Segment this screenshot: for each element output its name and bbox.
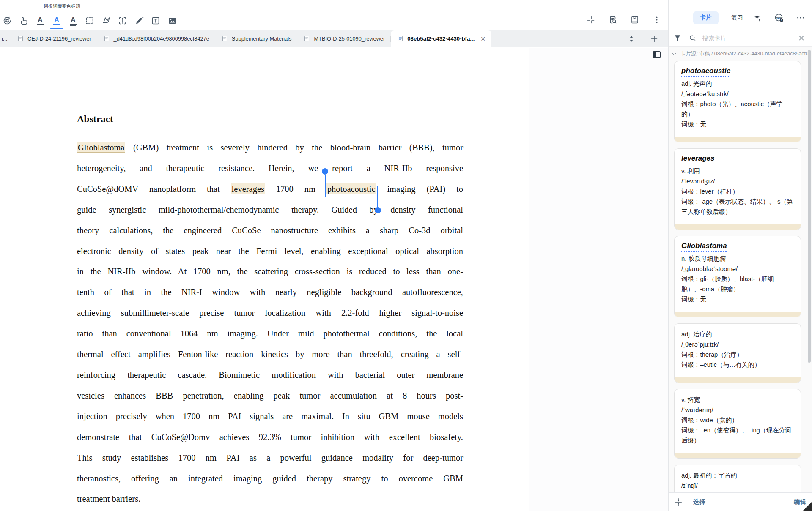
- text-annotation-icon[interactable]: [150, 15, 161, 26]
- search-icon: [687, 33, 698, 44]
- yellow-title-highlight-icon[interactable]: A: [68, 15, 79, 26]
- pdf-viewer: Abstract Glioblastoma (GBM) treatment is…: [0, 48, 668, 511]
- marquee-select-icon[interactable]: [84, 15, 95, 26]
- selection-handle[interactable]: [375, 207, 381, 213]
- close-tab-icon[interactable]: ✕: [480, 36, 486, 42]
- scrollbar-thumb[interactable]: [808, 50, 811, 363]
- sort-tabs-icon[interactable]: [626, 33, 637, 44]
- card-line: 词缀：–en（使变得）、–ing（现在分词后缀）: [681, 425, 794, 445]
- body-text[interactable]: demonstrate that CuCoSe@Domv achieves 92…: [77, 432, 463, 442]
- body-text[interactable]: heterogeneity, and therapeutic resistanc…: [77, 164, 463, 173]
- highlighted-word[interactable]: Glioblastoma: [77, 142, 125, 153]
- yellow-title-label: 黄色标题: [62, 3, 80, 9]
- body-text[interactable]: in the NIR-IIb window. At 1700 nm, the s…: [77, 267, 463, 276]
- card-line: 词根：wide（宽的）: [681, 415, 794, 425]
- search-input[interactable]: [702, 35, 792, 41]
- sync-settings-icon[interactable]: [2, 15, 13, 26]
- lasso-select-icon[interactable]: [101, 15, 112, 26]
- filter-icon[interactable]: [672, 33, 683, 44]
- flashcard-sidebar: 卡片 复习 www? 卡片源: 审稿 / 08eb5af2-c432-4430: [668, 0, 812, 511]
- collapse-icon[interactable]: [585, 14, 596, 25]
- document-tab-3[interactable]: Supplementary Materials: [215, 30, 298, 47]
- body-text[interactable]: treatment barriers.: [77, 494, 140, 503]
- split-view-icon[interactable]: [673, 497, 684, 508]
- body-text[interactable]: vesicles enhances BBB penetration, enabl…: [77, 391, 463, 400]
- sidebar-header: 卡片 复习 www?: [669, 0, 812, 30]
- selection-handle[interactable]: [322, 168, 328, 175]
- pdf-page[interactable]: Abstract Glioblastoma (GBM) treatment is…: [0, 48, 529, 511]
- body-text[interactable]: imaging (PAI) to: [376, 184, 463, 194]
- card-line: adj. 最初的；字首的: [681, 470, 794, 481]
- abstract-line: This study establishes 1700 nm PAI as a …: [77, 448, 463, 468]
- abstract-line: heterogeneity, and therapeutic resistanc…: [77, 158, 463, 179]
- body-text[interactable]: electronic density of states peak near t…: [77, 246, 463, 256]
- card-headword: Glioblastoma: [681, 242, 727, 252]
- pen-icon[interactable]: [134, 15, 145, 26]
- abstract-line: tenth of that in the NIR-I window with n…: [77, 282, 463, 303]
- abstract-line: CuCoSe@dOMV nanoplatform that leverages …: [77, 179, 463, 199]
- card-line: 词根：photo（光）、acoustic（声学的）: [681, 99, 794, 119]
- flashcard[interactable]: Glioblastoman. 胶质母细胞瘤/ˌglaɪoʊblæˈstoʊmə/…: [674, 236, 801, 317]
- hand-tool-icon[interactable]: [18, 15, 29, 26]
- body-text[interactable]: theory calculations, the engineered CuCo…: [77, 226, 463, 235]
- image-annotation-icon[interactable]: [167, 15, 178, 26]
- abstract-line: electronic density of states peak near t…: [77, 241, 463, 262]
- add-tab-icon[interactable]: [649, 33, 660, 44]
- body-text[interactable]: tenth of that in the NIR-I window with n…: [77, 287, 463, 297]
- more-horizontal-icon[interactable]: [795, 12, 806, 23]
- more-vertical-icon[interactable]: [651, 14, 662, 25]
- panel-toggle-icon[interactable]: [653, 51, 661, 58]
- card-line: 词缀：-age（表示状态、结果）、-s（第三人称单数后缀）: [681, 197, 794, 217]
- card-headword: photoacoustic: [681, 67, 730, 77]
- body-text[interactable]: CuCoSe@dOMV nanoplatform that: [77, 184, 231, 194]
- flashcard[interactable]: adj. 最初的；字首的/ɪˈnɪʃl/词根：init词缀：: [674, 465, 801, 492]
- card-line: v. 拓宽: [681, 395, 794, 405]
- root-affix-highlight-icon[interactable]: A: [51, 15, 62, 26]
- card-accent-strip: [675, 137, 801, 142]
- annotation-toolbar: 词根词缀 黄色标题 A A A: [0, 0, 668, 30]
- abstract-heading: Abstract: [77, 114, 463, 125]
- selection-caret[interactable]: [377, 186, 378, 208]
- window-resize-handle[interactable]: [803, 502, 812, 511]
- card-accent-strip: [675, 377, 801, 383]
- body-text[interactable]: theranostics, offering an integrated ima…: [77, 474, 463, 483]
- card-accent-strip: [675, 224, 801, 230]
- bookmark-icon[interactable]: [629, 14, 640, 25]
- card-source-row[interactable]: 卡片源: 审稿 / 08eb5af2-c432-4430-bfad-ef4eac…: [669, 47, 812, 61]
- root-affix-label: 词根词缀: [44, 3, 62, 9]
- flashcard[interactable]: photoacousticadj. 光声的/ˌfəʊtəʊəˈkuːstɪk/词…: [674, 61, 801, 142]
- body-text[interactable]: thermal effect amplifies Fenton-like rea…: [77, 350, 463, 359]
- selected-word[interactable]: photoacoustic: [326, 183, 376, 194]
- tab-review[interactable]: 复习: [724, 11, 750, 24]
- body-text[interactable]: injection precisely when 1700 nm PAI sig…: [77, 412, 463, 421]
- body-text[interactable]: (GBM) treatment is severely hindered by …: [125, 143, 463, 152]
- document-tab-1[interactable]: CEJ-D-24-21196_reviewer: [11, 30, 97, 47]
- card-accent-strip: [675, 453, 801, 458]
- document-tab-4[interactable]: MTBIO-D-25-01090_reviewer: [297, 30, 391, 47]
- document-search-icon[interactable]: [607, 14, 618, 25]
- ai-sparkle-icon[interactable]: [752, 12, 763, 23]
- flashcard[interactable]: v. 拓宽/ˈwaɪdənɪŋ/词根：wide（宽的）词缀：–en（使变得）、–…: [674, 389, 801, 459]
- resize-annotation-icon[interactable]: [117, 15, 128, 26]
- flashcard[interactable]: adj. 治疗的/ˌθerəˈpjuːtɪk/词根：therap（治疗）词缀：–…: [674, 323, 801, 383]
- body-text[interactable]: This study establishes 1700 nm PAI as a …: [77, 453, 463, 462]
- document-tab-0[interactable]: i...: [0, 30, 11, 47]
- highlighted-word[interactable]: leverages: [231, 183, 265, 194]
- document-tab-5[interactable]: 08eb5af2-c432-4430-bfa...✕: [391, 30, 491, 47]
- selection-caret[interactable]: [325, 175, 326, 197]
- flashcard[interactable]: leveragesv. 利用/ˈlevərɪdʒɪz/词根：lever（杠杆）词…: [674, 148, 801, 230]
- card-search-bar: [669, 30, 812, 47]
- web-dictionary-icon[interactable]: www?: [774, 12, 785, 23]
- body-text[interactable]: 1700 nm: [265, 184, 326, 194]
- body-text[interactable]: reinforcing therapeutic cascade. Biomime…: [77, 370, 463, 380]
- select-button[interactable]: 选择: [693, 498, 705, 506]
- body-text[interactable]: achieving submillimeter-scale precise tu…: [77, 308, 463, 317]
- card-line: /ˈlevərɪdʒɪz/: [681, 176, 794, 186]
- body-text[interactable]: ratio than conventional 1064 nm imaging.…: [77, 329, 463, 338]
- body-text[interactable]: guide synergistic mild-photothermal/chem…: [77, 205, 463, 214]
- tab-cards[interactable]: 卡片: [693, 11, 719, 24]
- clear-icon[interactable]: [796, 33, 807, 44]
- card-headword: leverages: [681, 154, 714, 164]
- document-tab-2[interactable]: _d41d8cd98f00b204e9800998ecf8427e: [97, 30, 215, 47]
- underline-highlight-icon[interactable]: A: [35, 15, 46, 26]
